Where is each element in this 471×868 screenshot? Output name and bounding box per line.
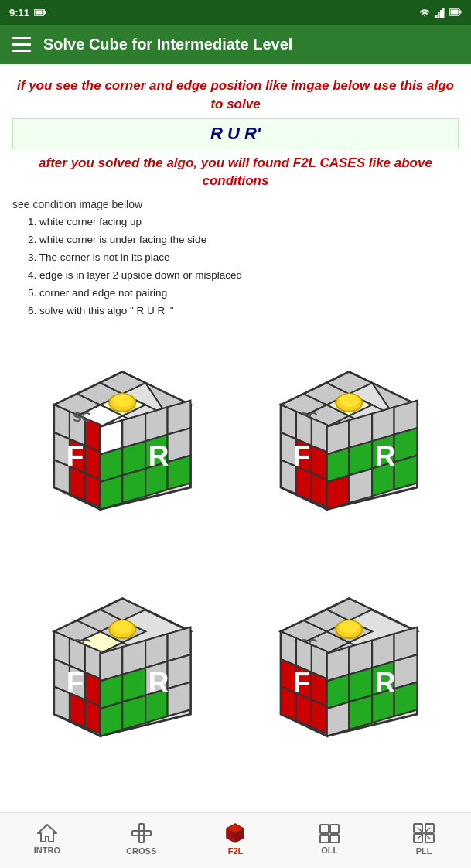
svg-text:R: R — [374, 667, 395, 699]
svg-marker-153 — [349, 695, 372, 730]
svg-marker-31 — [70, 466, 85, 501]
status-icons — [418, 7, 462, 18]
cube-2-svg: SC F — [239, 339, 459, 542]
svg-marker-120 — [168, 682, 191, 716]
svg-text:F: F — [67, 667, 84, 699]
svg-rect-6 — [442, 8, 445, 18]
condition-4: edge is in layer 2 upside down or mispla… — [28, 267, 459, 285]
svg-marker-141 — [311, 700, 326, 734]
svg-marker-140 — [295, 693, 311, 727]
svg-rect-5 — [440, 10, 442, 18]
after-text: after you solved the algo, you will foun… — [12, 154, 459, 191]
cube-2: SC F — [239, 331, 459, 552]
nav-oll-label: OLL — [321, 846, 338, 855]
svg-rect-158 — [139, 824, 144, 842]
svg-rect-4 — [438, 12, 440, 18]
svg-rect-159 — [132, 831, 151, 836]
condition-1: white corner facing up — [28, 214, 459, 231]
cube-3: SC F — [12, 557, 233, 777]
nav-pll-label: PLL — [416, 846, 432, 856]
svg-point-95 — [112, 620, 132, 634]
intro-text: if you see the corner and edge position … — [12, 77, 459, 114]
svg-rect-9 — [451, 10, 459, 15]
svg-marker-47 — [168, 456, 191, 490]
svg-rect-8 — [460, 11, 462, 14]
svg-text:R: R — [374, 440, 395, 472]
conditions-list: white corner facing up white corner is u… — [12, 214, 459, 320]
svg-marker-105 — [70, 693, 85, 727]
svg-rect-3 — [435, 15, 438, 18]
svg-text:R: R — [148, 440, 169, 472]
cube-3-svg: SC F — [12, 566, 233, 769]
home-icon — [36, 823, 58, 843]
signal-icon — [435, 7, 445, 18]
nav-intro-label: INTRO — [34, 846, 60, 855]
svg-marker-155 — [394, 682, 417, 716]
svg-point-130 — [339, 620, 359, 634]
time-display: 9:11 — [9, 7, 29, 19]
condition-3: The corner is not in its place — [28, 249, 459, 267]
menu-button[interactable] — [12, 37, 31, 52]
cube-1: F SC R — [12, 331, 233, 552]
svg-marker-157 — [38, 825, 56, 842]
cube-4-svg: SC F — [239, 566, 459, 769]
main-content: if you see the corner and edge position … — [0, 64, 471, 812]
svg-marker-70 — [295, 466, 311, 501]
svg-marker-32 — [85, 473, 101, 507]
algo-box: R U R' — [12, 118, 459, 149]
f2l-icon — [224, 822, 247, 844]
svg-text:F: F — [67, 440, 84, 472]
nav-f2l[interactable]: F2L — [212, 822, 258, 856]
app-header: Solve Cube for Intermediate Level — [0, 25, 471, 64]
status-bar: 9:11 — [0, 0, 471, 25]
algo-text: R U R' — [210, 124, 261, 143]
svg-rect-167 — [320, 835, 329, 843]
cube-4: SC F — [239, 557, 459, 777]
svg-marker-82 — [326, 476, 348, 510]
svg-marker-71 — [311, 473, 326, 507]
condition-2: white corner is under facing the side — [28, 231, 459, 249]
svg-marker-117 — [101, 702, 122, 736]
svg-marker-83 — [349, 469, 372, 503]
svg-marker-44 — [101, 476, 122, 510]
svg-rect-165 — [320, 825, 329, 833]
condition-6: solve with this algo " R U R' " — [28, 302, 459, 320]
svg-rect-2 — [36, 11, 43, 15]
cube-1-svg: F SC R — [12, 339, 233, 542]
pll-icon — [412, 822, 435, 844]
nav-pll[interactable]: PLL — [401, 822, 447, 856]
wifi-icon — [418, 7, 431, 18]
svg-text:R: R — [148, 667, 169, 699]
battery-icon-right — [449, 7, 462, 18]
svg-marker-106 — [85, 700, 101, 734]
nav-intro[interactable]: INTRO — [24, 823, 70, 855]
svg-rect-166 — [330, 825, 339, 833]
svg-marker-85 — [394, 456, 417, 490]
nav-cross[interactable]: CROSS — [118, 822, 165, 856]
condition-title: see condition image bellow — [12, 198, 459, 210]
nav-f2l-label: F2L — [228, 846, 244, 856]
nav-cross-label: CROSS — [126, 846, 156, 856]
condition-5: corner and edge not pairing — [28, 285, 459, 302]
battery-icon — [34, 8, 46, 17]
svg-marker-45 — [122, 469, 145, 503]
bottom-navigation: INTRO CROSS F2L OLL — [0, 812, 471, 868]
svg-text:SC: SC — [73, 410, 91, 425]
svg-text:F: F — [292, 667, 310, 699]
nav-oll[interactable]: OLL — [306, 823, 353, 855]
status-time: 9:11 — [9, 7, 46, 19]
svg-marker-118 — [122, 695, 145, 730]
cross-icon — [131, 822, 152, 844]
svg-text:F: F — [292, 440, 310, 472]
svg-point-60 — [339, 395, 359, 408]
svg-rect-168 — [330, 835, 339, 843]
svg-marker-152 — [326, 702, 348, 736]
page-title: Solve Cube for Intermediate Level — [43, 36, 292, 53]
svg-rect-1 — [45, 11, 46, 14]
oll-icon — [319, 823, 340, 843]
svg-point-22 — [112, 395, 132, 408]
cube-illustrations: F SC R — [12, 331, 459, 777]
